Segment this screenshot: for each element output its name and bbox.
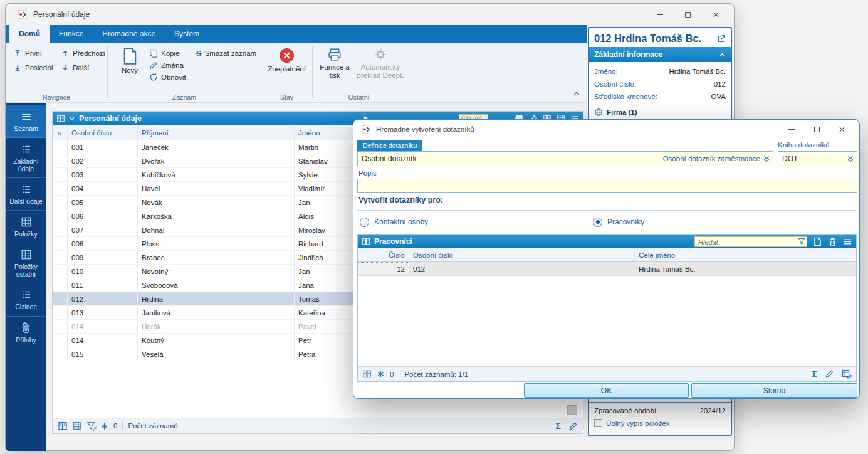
records-count-label: Počet záznamů xyxy=(128,422,177,430)
tab-funkce[interactable]: Funkce xyxy=(50,25,93,43)
change-label: Změna xyxy=(161,61,184,69)
field-label: Osobní číslo: xyxy=(594,80,636,88)
delete-record-button[interactable]: SSmazat záznam xyxy=(194,47,259,60)
detail-section-header[interactable]: Základní informace xyxy=(589,47,731,62)
filter-icon[interactable] xyxy=(798,238,805,245)
app-icon xyxy=(18,10,27,19)
combo-dropdown-icon[interactable] xyxy=(763,155,770,163)
arrow-down-bar-icon xyxy=(13,63,22,72)
main-titlebar[interactable]: Personální údaje xyxy=(6,4,734,25)
pencil-icon[interactable] xyxy=(568,421,578,431)
sidebar-item-dalsi-udaje[interactable]: Další údaje xyxy=(6,178,46,211)
delete-record-icon[interactable] xyxy=(828,237,837,246)
workers-search-input[interactable] xyxy=(694,236,807,247)
tab-system[interactable]: Systém xyxy=(165,25,209,43)
last-button[interactable]: Poslední xyxy=(11,61,56,74)
group-label-zaznam: Záznam xyxy=(108,93,261,101)
sum-icon[interactable]: Σ xyxy=(556,421,561,431)
collapse-ribbon-button[interactable] xyxy=(573,90,580,97)
cell-prijmeni: Novotný xyxy=(138,265,295,278)
next-button[interactable]: Další xyxy=(58,61,92,74)
sidebar-item-polozky[interactable]: Položky xyxy=(6,211,46,243)
new-button[interactable]: Nový xyxy=(115,48,144,75)
minimize-button[interactable] xyxy=(646,4,674,25)
full-listing-checkbox[interactable] xyxy=(594,419,602,427)
column-header-osobni-cislo[interactable]: Osobní číslo xyxy=(68,125,138,140)
dialog-titlebar[interactable]: Hromadné vytvoření dotazníků xyxy=(353,120,859,139)
cell-state xyxy=(53,182,68,195)
ok-button[interactable]: OK xyxy=(524,383,689,398)
table-row[interactable]: 12 012 Hrdina Tomáš Bc. xyxy=(358,262,856,276)
new-label: Nový xyxy=(122,66,138,75)
minimize-icon xyxy=(788,129,795,130)
column-header-s[interactable]: s xyxy=(53,125,68,140)
refresh-button[interactable]: Obnovit xyxy=(147,71,189,83)
filter-edit-icon[interactable] xyxy=(86,421,95,430)
chevron-down-icon[interactable] xyxy=(69,115,75,122)
radio-icon[interactable] xyxy=(360,218,369,227)
definition-tab[interactable]: Definice dotazníku xyxy=(357,140,422,151)
combo-dropdown-icon[interactable] xyxy=(847,155,854,163)
cell-prijmeni: Havel xyxy=(138,182,295,195)
sum-icon[interactable]: Σ xyxy=(812,369,817,379)
tab-domu[interactable]: Domů xyxy=(9,25,50,43)
sidebar-item-label: Položky ostatní xyxy=(7,263,45,278)
detail-title: 012 Hrdina Tomáš Bc. xyxy=(594,33,701,45)
frozen-icon[interactable] xyxy=(100,422,108,430)
storno-button[interactable]: Storno xyxy=(691,383,857,398)
dialog-maximize-button[interactable] xyxy=(804,120,829,139)
grid-statusbar: 0 Počet záznamů Σ xyxy=(53,418,583,433)
sidebar-item-zakladni-udaje[interactable]: Základní údaje xyxy=(6,138,46,178)
sidebar-item-polozky-ostatni[interactable]: Položky ostatní xyxy=(6,243,46,283)
column-header-cele-jmeno[interactable]: Celé jméno xyxy=(635,248,856,261)
radio-contacts[interactable]: Kontaktní osoby xyxy=(360,216,428,228)
copy-button[interactable]: Kopie xyxy=(147,47,182,60)
layout-icon[interactable] xyxy=(73,421,81,430)
new-record-icon[interactable] xyxy=(813,237,822,246)
workers-column-headers: Číslo Osobní číslo Celé jméno xyxy=(358,248,856,262)
column-header-osobni-cislo[interactable]: Osobní číslo xyxy=(409,248,635,261)
first-button[interactable]: První xyxy=(11,47,44,60)
radio-icon[interactable] xyxy=(593,218,602,227)
sidebar-item-prilohy[interactable]: Přílohy xyxy=(6,317,46,349)
tab-hromadne-akce[interactable]: Hromadné akce xyxy=(93,25,165,43)
description-field[interactable] xyxy=(357,179,857,193)
bulk-edit-icon[interactable] xyxy=(842,369,852,379)
cell-state xyxy=(53,196,68,209)
open-external-icon[interactable] xyxy=(717,34,726,43)
cell-prijmeni: Koutný xyxy=(138,334,295,347)
functions-print-button[interactable]: Funkce a tisk xyxy=(314,48,355,80)
sidebar-item-seznam[interactable]: Seznam xyxy=(6,105,46,138)
cell-osobni-cislo: 001 xyxy=(68,140,138,154)
cell-state xyxy=(53,347,68,361)
chevron-up-icon[interactable] xyxy=(719,51,726,58)
column-header-prijmeni[interactable]: Příjmení xyxy=(138,125,295,140)
deepl-label: Automatický překlad DeepL xyxy=(357,63,404,80)
scrollbar-thumb[interactable] xyxy=(567,405,577,415)
radio-workers[interactable]: Pracovníky xyxy=(593,216,644,228)
workers-panel: Pracovníci Číslo Osobní číslo Celé jméno xyxy=(357,234,857,382)
close-button[interactable] xyxy=(702,4,730,25)
change-button[interactable]: Změna xyxy=(147,59,186,71)
sidebar-item-cizinec[interactable]: Cizinec xyxy=(6,283,46,316)
dialog-close-button[interactable] xyxy=(829,120,854,139)
copy-label: Kopie xyxy=(161,50,179,57)
book-icon[interactable] xyxy=(362,369,372,379)
records-count-label: Počet záznamů: 1/1 xyxy=(404,371,468,378)
frozen-icon[interactable] xyxy=(377,370,385,378)
company-link-label: Firma (1) xyxy=(607,108,637,116)
column-header-cislo[interactable]: Číslo xyxy=(358,248,409,261)
definition-type-label: Osobní dotazník zaměstnance xyxy=(663,155,760,162)
deepl-translate-button[interactable]: Automatický překlad DeepL xyxy=(357,48,404,80)
invalidate-button[interactable]: Zneplatnění xyxy=(263,48,310,73)
dialog-minimize-button[interactable] xyxy=(779,120,804,139)
book-icon[interactable] xyxy=(58,421,68,431)
menu-icon[interactable] xyxy=(843,237,852,246)
app-icon xyxy=(362,125,370,134)
group-label-navigace: Navigace xyxy=(6,93,107,101)
book-field[interactable]: DOT xyxy=(778,151,857,166)
previous-button[interactable]: Předchozí xyxy=(58,47,108,60)
maximize-button[interactable] xyxy=(674,4,702,25)
definition-field[interactable]: Osobní dotazník Osobní dotazník zaměstna… xyxy=(357,151,773,166)
pencil-icon[interactable] xyxy=(825,369,834,379)
